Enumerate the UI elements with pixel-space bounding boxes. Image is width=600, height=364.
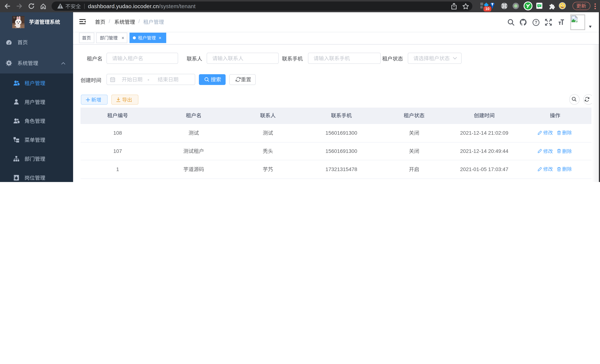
svg-text:?: ?: [534, 20, 537, 25]
